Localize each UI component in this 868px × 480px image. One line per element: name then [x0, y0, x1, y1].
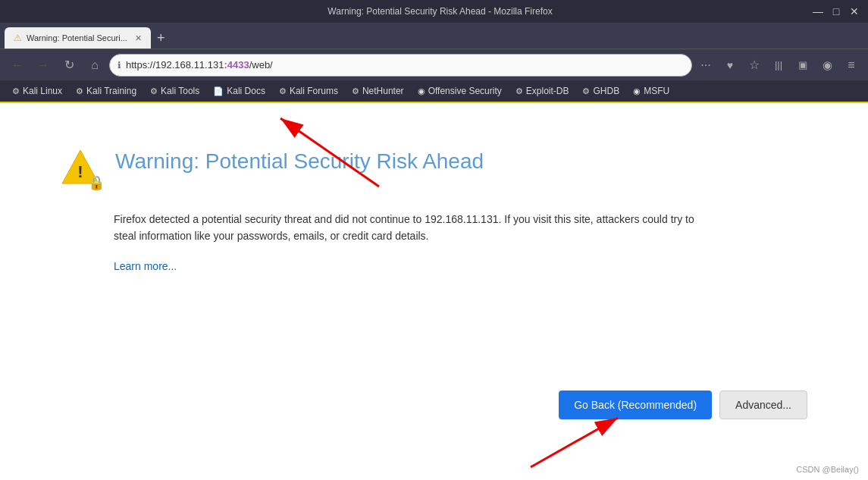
url-display: https://192.168.11.131:4433/web/: [126, 59, 273, 71]
library-button[interactable]: |||: [768, 55, 789, 76]
window-controls: — □ ✕: [812, 5, 860, 17]
reload-button[interactable]: ↻: [58, 54, 80, 77]
lock-icon: ℹ: [118, 60, 121, 71]
ghdb-icon: ⚙: [582, 86, 590, 96]
bookmark-exploit-db[interactable]: ⚙ Exploit-DB: [509, 83, 575, 99]
title-bar: Warning: Potential Security Risk Ahead -…: [0, 0, 868, 23]
bookmark-msfu[interactable]: ◉ MSFU: [627, 83, 675, 99]
kali-forums-icon: ⚙: [279, 86, 287, 96]
kali-tools-icon: ⚙: [150, 86, 158, 96]
bookmark-offensive-security[interactable]: ◉ Offensive Security: [412, 83, 508, 99]
learn-more-link[interactable]: Learn more...: [114, 260, 807, 272]
profile-button[interactable]: ◉: [816, 55, 838, 76]
home-button[interactable]: ⌂: [83, 54, 106, 77]
watermark: CSDN @Beilay(): [796, 465, 859, 474]
menu-button[interactable]: ≡: [841, 55, 862, 76]
forward-button[interactable]: →: [32, 54, 55, 77]
tab-label: Warning: Potential Securi...: [27, 33, 127, 42]
sidepanel-button[interactable]: ▣: [792, 55, 813, 76]
warning-body: Firefox detected a potential security th…: [114, 211, 705, 245]
tab-close-icon[interactable]: ✕: [135, 33, 142, 43]
bookmark-kali-forums[interactable]: ⚙ Kali Forums: [273, 83, 344, 99]
close-button[interactable]: ✕: [848, 5, 860, 17]
offensive-security-icon: ◉: [418, 86, 425, 96]
warning-icon-container: ! 🔒: [61, 149, 100, 188]
bookmark-kali-linux[interactable]: ⚙ Kali Linux: [6, 83, 68, 99]
active-tab[interactable]: ⚠ Warning: Potential Securi... ✕: [5, 27, 151, 49]
more-button[interactable]: ···: [695, 55, 716, 76]
warning-header: ! 🔒 Warning: Potential Security Risk Ahe…: [61, 149, 807, 188]
main-content: ! 🔒 Warning: Potential Security Risk Ahe…: [0, 103, 868, 480]
kali-linux-icon: ⚙: [12, 86, 20, 96]
nav-bar: ← → ↻ ⌂ ℹ https://192.168.11.131:4433/we…: [0, 49, 868, 80]
kali-docs-icon: 📄: [213, 86, 224, 96]
msfu-icon: ◉: [633, 86, 641, 96]
svg-line-5: [531, 418, 618, 467]
tab-warning-icon: ⚠: [14, 33, 22, 43]
maximize-button[interactable]: □: [830, 5, 842, 17]
bookmark-kali-docs[interactable]: 📄 Kali Docs: [207, 83, 271, 99]
go-back-button[interactable]: Go Back (Recommended): [559, 391, 712, 419]
bookmarks-bar: ⚙ Kali Linux ⚙ Kali Training ⚙ Kali Tool…: [0, 80, 868, 103]
star-button[interactable]: ☆: [744, 55, 765, 76]
new-tab-button[interactable]: +: [151, 27, 171, 49]
kali-training-icon: ⚙: [76, 86, 83, 96]
nav-right-controls: ··· ♥ ☆ ||| ▣ ◉ ≡: [695, 55, 862, 76]
bookmark-ghdb[interactable]: ⚙ GHDB: [576, 83, 625, 99]
address-bar[interactable]: ℹ https://192.168.11.131:4433/web/: [109, 54, 692, 77]
exploit-db-icon: ⚙: [515, 86, 523, 96]
bookmark-nethunter[interactable]: ⚙ NetHunter: [346, 83, 410, 99]
tab-bar: ⚠ Warning: Potential Securi... ✕ +: [0, 23, 868, 49]
svg-text:!: !: [77, 162, 83, 181]
nethunter-icon: ⚙: [352, 86, 359, 96]
pocket-button[interactable]: ♥: [719, 55, 741, 76]
window-title: Warning: Potential Security Risk Ahead -…: [68, 6, 812, 17]
advanced-button[interactable]: Advanced...: [719, 391, 807, 419]
back-button[interactable]: ←: [6, 54, 29, 77]
lock-overlay-icon: 🔒: [88, 174, 105, 191]
action-buttons: Go Back (Recommended) Advanced...: [559, 391, 807, 419]
bookmark-kali-tools[interactable]: ⚙ Kali Tools: [144, 83, 205, 99]
warning-title: Warning: Potential Security Risk Ahead: [115, 149, 484, 174]
minimize-button[interactable]: —: [812, 5, 824, 17]
warning-description: Firefox detected a potential security th…: [114, 211, 705, 245]
bookmark-kali-training[interactable]: ⚙ Kali Training: [70, 83, 143, 99]
